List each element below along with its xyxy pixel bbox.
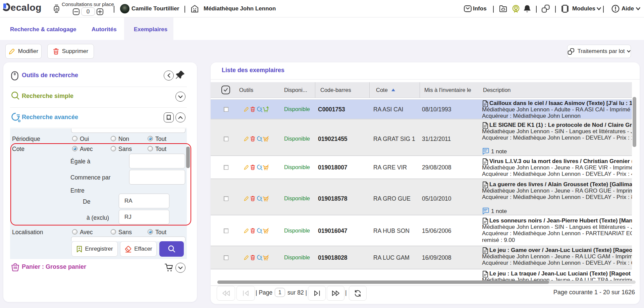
svg-text:ecalog: ecalog [11, 2, 42, 13]
